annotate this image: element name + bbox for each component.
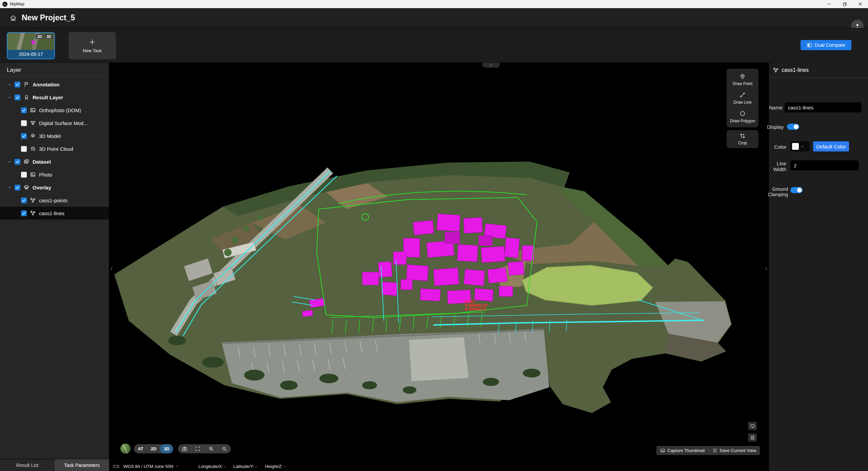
checkbox-cass1-points[interactable]	[21, 198, 27, 203]
zoom-out-button[interactable]	[218, 444, 231, 453]
collapse-top-button[interactable]	[482, 63, 500, 68]
layer-label: 3D Model	[39, 133, 61, 139]
new-task-button[interactable]: New Task	[68, 32, 116, 59]
task-card[interactable]: 2D 3D 2024-05-17	[7, 32, 55, 59]
color-dropdown[interactable]	[790, 141, 810, 151]
layer-item-photo[interactable]: Photo	[0, 168, 109, 181]
draw-polygon-button[interactable]: Draw Polygon	[727, 110, 758, 123]
view-actions-pill: Capture Thumbnail Save Current View	[656, 446, 760, 455]
tab-task-parameters[interactable]: Task Parameters	[55, 459, 109, 471]
scene-info-button[interactable]	[748, 433, 757, 442]
task-date: 2024-05-17	[7, 50, 54, 59]
minimap-toggle-button[interactable]	[748, 422, 757, 430]
draw-line-label: Draw Line	[733, 100, 752, 105]
layer-item-annotation[interactable]: Annotation	[0, 78, 109, 91]
photo-icon	[30, 171, 36, 178]
checkbox-annotation[interactable]	[15, 82, 20, 87]
layer-label: Dataset	[33, 159, 51, 165]
home-icon[interactable]	[9, 14, 17, 22]
dsm-icon	[30, 120, 36, 126]
checkbox-result-layer[interactable]	[15, 95, 20, 100]
checkbox-dataset[interactable]	[15, 159, 20, 165]
save-view-icon	[712, 448, 717, 453]
minimap-thumbnail[interactable]	[120, 444, 131, 454]
chevron-down-icon[interactable]	[7, 82, 12, 87]
layer-item-3d-point-cloud[interactable]: 3D Point Cloud	[0, 142, 109, 155]
layer-label: Digital Surface Mod...	[39, 120, 87, 126]
chevron-down-icon[interactable]	[7, 160, 12, 164]
chevron-down-icon[interactable]	[7, 95, 12, 100]
layer-label: Orthophoto (DOM)	[39, 107, 81, 113]
checkbox-cass1-lines[interactable]	[21, 210, 27, 216]
crop-label: Crop	[738, 141, 747, 145]
height-readout: Height/Z: -	[265, 464, 285, 469]
dual-compare-icon	[807, 42, 812, 48]
maximize-button[interactable]	[837, 0, 852, 8]
cs-value[interactable]: WGS 84 / UTM zone 50N	[123, 464, 173, 469]
layer-label: Result Layer	[33, 95, 63, 100]
vector-layer-icon	[773, 67, 779, 73]
layer-item-orthophoto-dom[interactable]: Orthophoto (DOM)	[0, 104, 109, 117]
collapse-right-panel-handle[interactable]	[764, 264, 769, 273]
zoom-out-icon	[221, 446, 227, 452]
collapse-left-panel-handle[interactable]	[109, 264, 114, 273]
model-icon	[30, 133, 36, 139]
cs-label: CS:	[113, 464, 120, 469]
layer-label: Photo	[39, 172, 52, 178]
draw-toolbar: Draw Point Draw Line Draw Polygon Crop	[727, 69, 758, 148]
zoom-in-button[interactable]	[204, 444, 218, 453]
viewer-3d-scene	[109, 63, 769, 462]
layer-item-3d-model[interactable]: 3D Model	[0, 129, 109, 142]
layer-item-dataset[interactable]: Dataset	[0, 155, 109, 168]
layer-item-digital-surface-mod[interactable]: Digital Surface Mod...	[0, 117, 109, 129]
fit-extent-button[interactable]	[191, 444, 204, 453]
app-header: New Project_5	[0, 8, 868, 28]
line-width-input[interactable]	[790, 160, 859, 170]
checkbox-orthophoto-dom[interactable]	[21, 107, 27, 113]
draw-polygon-label: Draw Polygon	[730, 119, 755, 123]
cs-dropdown-icon[interactable]	[175, 464, 179, 468]
layers-icon	[23, 184, 29, 190]
checkbox-3d-point-cloud[interactable]	[21, 146, 27, 152]
viewer-3d-canvas[interactable]: 17.655X=3558066.18YX=3558060.75 Draw Poi…	[109, 63, 769, 462]
name-label: Name	[769, 105, 783, 110]
tab-result-list[interactable]: Result List	[0, 459, 55, 471]
capture-thumbnail-button[interactable]: Capture Thumbnail	[656, 446, 708, 455]
draw-point-button[interactable]: Draw Point	[727, 73, 758, 86]
chevron-down-icon[interactable]	[7, 185, 12, 190]
minimize-button[interactable]	[821, 0, 837, 8]
fit-extent-icon	[195, 446, 201, 452]
dual-compare-button[interactable]: Dual Compare	[801, 40, 851, 50]
checkbox-photo[interactable]	[21, 172, 27, 178]
document-icon	[750, 435, 755, 440]
draw-polygon-icon	[739, 110, 746, 117]
mode-3d-button[interactable]: 3D	[160, 444, 173, 453]
crop-button[interactable]: Crop	[727, 133, 758, 145]
default-color-button[interactable]: Default Color	[813, 141, 849, 151]
checkbox-3d-model[interactable]	[21, 133, 27, 139]
display-toggle[interactable]	[787, 124, 799, 130]
capture-thumbnail-icon	[660, 448, 665, 453]
mode-2d-button[interactable]: 2D	[147, 444, 160, 453]
mode-at-button[interactable]: AT	[134, 444, 147, 453]
close-button[interactable]	[852, 0, 868, 8]
badge-icon	[23, 94, 29, 100]
ground-clamping-toggle[interactable]	[790, 187, 803, 193]
draw-line-button[interactable]: Draw Line	[727, 91, 758, 105]
layer-item-overlay[interactable]: Overlay	[0, 181, 109, 194]
zoom-in-icon	[208, 446, 214, 452]
save-current-view-button[interactable]: Save Current View	[709, 446, 760, 455]
checkbox-overlay[interactable]	[15, 185, 20, 190]
layer-item-cass1-lines[interactable]: cass1-lines	[0, 207, 109, 220]
checkbox-digital-surface-mod[interactable]	[21, 120, 27, 126]
name-input[interactable]	[785, 102, 862, 112]
screenshot-button[interactable]	[178, 444, 191, 453]
chevron-up-icon	[489, 63, 493, 67]
chevron-down-icon	[800, 144, 805, 149]
layer-panel: Layer AnnotationResult LayerOrthophoto (…	[0, 63, 109, 459]
display-label: Display	[767, 124, 783, 130]
vector-icon	[30, 210, 36, 216]
layer-item-result-layer[interactable]: Result Layer	[0, 91, 109, 104]
layer-item-cass1-points[interactable]: cass1-points	[0, 194, 109, 207]
restore-icon	[842, 2, 847, 7]
